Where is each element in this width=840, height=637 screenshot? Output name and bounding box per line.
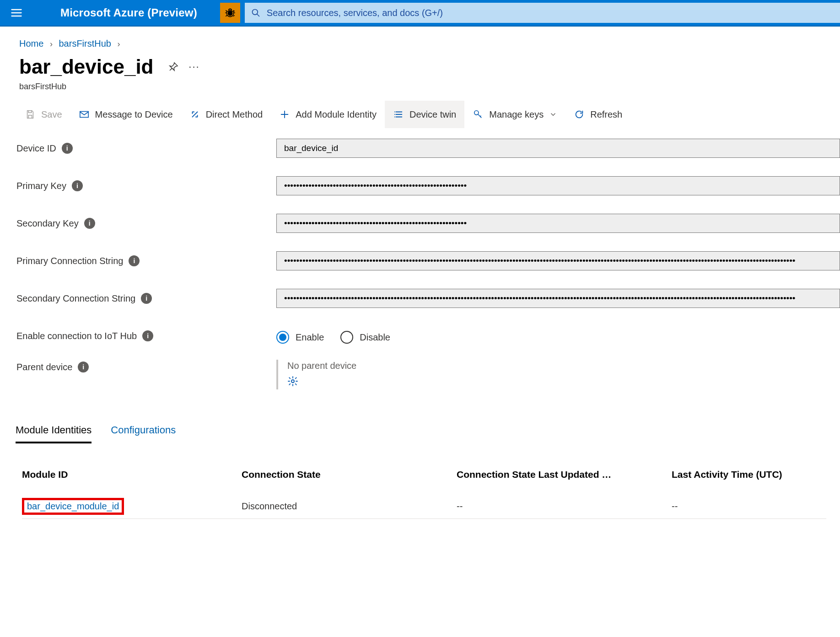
- manage-keys-button[interactable]: Manage keys: [464, 101, 565, 128]
- secondary-key-label: Secondary Key: [16, 218, 79, 229]
- table-row[interactable]: bar_device_module_id Disconnected -- --: [22, 494, 826, 519]
- save-icon: [25, 109, 35, 119]
- radio-enable[interactable]: Enable: [276, 331, 324, 344]
- cell-last-activity: --: [672, 501, 826, 512]
- plus-icon: [280, 109, 290, 119]
- primary-key-label: Primary Key: [16, 181, 66, 191]
- primary-cs-label: Primary Connection String: [16, 256, 123, 266]
- pin-icon: [168, 61, 179, 72]
- bug-icon: [224, 7, 236, 19]
- breadcrumb: Home › barsFirstHub ›: [0, 27, 840, 49]
- direct-method-label: Direct Method: [206, 109, 263, 120]
- table-header: Module ID Connection State Connection St…: [22, 469, 826, 494]
- row-enable-connection: Enable connection to IoT Hub i Enable Di…: [16, 322, 840, 350]
- col-conn-updated: Connection State Last Updated …: [457, 469, 672, 480]
- module-table: Module ID Connection State Connection St…: [0, 443, 840, 519]
- svg-point-4: [291, 380, 294, 383]
- page-subtitle: barsFirstHub: [0, 82, 840, 101]
- manage-keys-label: Manage keys: [489, 109, 544, 120]
- row-primary-key: Primary Key i: [16, 172, 840, 200]
- command-bar: Save Message to Device Direct Method Add…: [0, 101, 840, 128]
- chevron-right-icon: ›: [118, 39, 120, 49]
- add-module-label: Add Module Identity: [296, 109, 377, 120]
- enable-connection-label: Enable connection to IoT Hub: [16, 331, 137, 341]
- device-twin-label: Device twin: [409, 109, 456, 120]
- hamburger-icon: [10, 6, 23, 19]
- refresh-button[interactable]: Refresh: [565, 101, 630, 128]
- info-icon[interactable]: i: [62, 143, 73, 154]
- pin-button[interactable]: [166, 59, 181, 75]
- tab-configurations[interactable]: Configurations: [111, 424, 176, 443]
- brand-label: Microsoft Azure (Preview): [60, 6, 197, 19]
- no-parent-text: No parent device: [287, 361, 840, 371]
- device-form: Device ID i Primary Key i Secondary Key …: [0, 128, 840, 389]
- device-id-field[interactable]: [276, 139, 840, 158]
- save-label: Save: [41, 109, 62, 120]
- message-to-device-button[interactable]: Message to Device: [70, 101, 181, 128]
- search-placeholder: Search resources, services, and docs (G+…: [267, 8, 443, 18]
- radio-enable-label: Enable: [296, 332, 324, 343]
- row-device-id: Device ID i: [16, 135, 840, 162]
- enable-radio-group: Enable Disable: [276, 328, 840, 344]
- col-last-activity: Last Activity Time (UTC): [672, 469, 826, 480]
- chevron-right-icon: ›: [50, 39, 53, 49]
- page-title: bar_device_id: [19, 55, 154, 78]
- row-secondary-key: Secondary Key i: [16, 210, 840, 237]
- refresh-icon: [574, 109, 584, 119]
- row-primary-cs: Primary Connection String i: [16, 247, 840, 275]
- tabs: Module Identities Configurations: [0, 399, 840, 443]
- secondary-cs-label: Secondary Connection String: [16, 293, 135, 304]
- svg-point-3: [474, 111, 479, 115]
- save-button: Save: [16, 101, 70, 128]
- radio-disable[interactable]: Disable: [340, 331, 390, 344]
- add-module-identity-button[interactable]: Add Module Identity: [271, 101, 385, 128]
- mail-icon: [79, 109, 89, 119]
- message-label: Message to Device: [95, 109, 173, 120]
- highlight-box: bar_device_module_id: [22, 498, 124, 515]
- title-block: bar_device_id ···: [0, 49, 840, 82]
- info-icon[interactable]: i: [142, 330, 153, 341]
- preview-bug-button[interactable]: [220, 3, 240, 23]
- row-secondary-cs: Secondary Connection String i: [16, 285, 840, 312]
- secondary-key-field[interactable]: [276, 214, 840, 233]
- chevron-down-icon: [549, 110, 557, 119]
- parent-device-label: Parent device: [16, 362, 72, 372]
- key-icon: [473, 109, 483, 119]
- col-module-id: Module ID: [22, 469, 242, 480]
- primary-key-field[interactable]: [276, 176, 840, 195]
- device-id-label: Device ID: [16, 143, 56, 154]
- module-id-link[interactable]: bar_device_module_id: [27, 501, 119, 511]
- list-icon: [393, 109, 404, 119]
- radio-disable-label: Disable: [360, 332, 390, 343]
- info-icon[interactable]: i: [78, 362, 89, 372]
- tab-module-identities[interactable]: Module Identities: [16, 424, 92, 443]
- more-button[interactable]: ···: [187, 59, 202, 75]
- secondary-cs-field[interactable]: [276, 289, 840, 308]
- info-icon[interactable]: i: [72, 180, 83, 191]
- primary-cs-field[interactable]: [276, 251, 840, 270]
- parent-device-box: No parent device: [276, 360, 840, 389]
- top-bar: Microsoft Azure (Preview) Search resourc…: [0, 0, 840, 27]
- device-twin-button[interactable]: Device twin: [385, 101, 464, 128]
- refresh-label: Refresh: [590, 109, 622, 120]
- cell-conn-updated: --: [457, 501, 672, 512]
- gear-icon[interactable]: [287, 376, 298, 387]
- info-icon[interactable]: i: [141, 293, 152, 304]
- col-connection-state: Connection State: [242, 469, 457, 480]
- hamburger-menu[interactable]: [0, 0, 33, 26]
- direct-method-icon: [190, 109, 200, 119]
- direct-method-button[interactable]: Direct Method: [181, 101, 271, 128]
- search-icon: [251, 8, 260, 17]
- svg-point-0: [227, 11, 232, 16]
- row-parent-device: Parent device i No parent device: [16, 360, 840, 389]
- global-search[interactable]: Search resources, services, and docs (G+…: [245, 3, 840, 23]
- breadcrumb-hub[interactable]: barsFirstHub: [59, 38, 111, 49]
- breadcrumb-home[interactable]: Home: [19, 38, 43, 49]
- cell-conn-state: Disconnected: [242, 501, 457, 512]
- info-icon[interactable]: i: [84, 218, 95, 229]
- info-icon[interactable]: i: [129, 255, 140, 266]
